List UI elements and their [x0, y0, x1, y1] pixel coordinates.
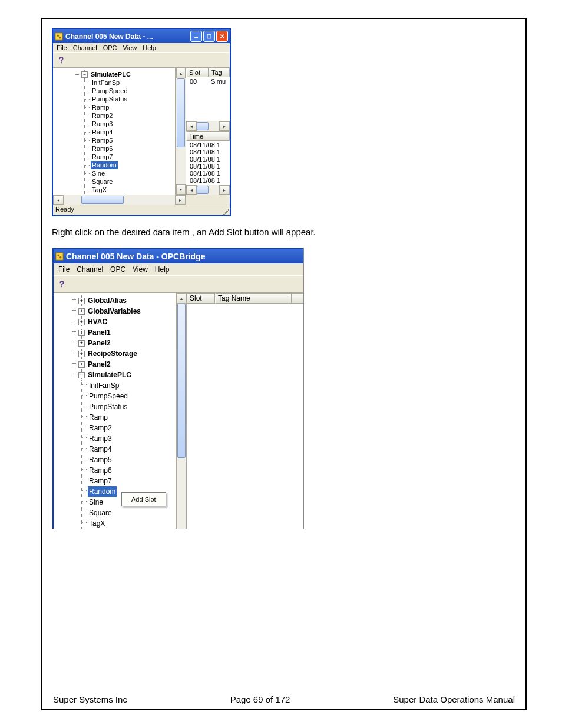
svg-rect-0 — [55, 32, 62, 39]
app-icon — [55, 252, 64, 261]
tree[interactable]: −SimulatePLC InitFanSpPumpSpeedPumpStatu… — [53, 68, 175, 195]
scroll-down-icon[interactable]: ▾ — [176, 184, 186, 195]
col-tag[interactable]: Tag — [209, 68, 230, 77]
menu-file[interactable]: File — [58, 265, 70, 274]
tree-leaf[interactable]: Ramp4 — [88, 444, 113, 454]
tree-node[interactable]: Panel1 — [87, 327, 112, 338]
expand-toggle[interactable]: + — [78, 340, 85, 347]
col-blank[interactable] — [292, 293, 304, 304]
horizontal-scrollbar[interactable]: ◂ ▸ — [186, 185, 230, 195]
context-menu-add-slot[interactable]: Add Slot — [123, 494, 164, 505]
table-row[interactable]: 08/11/08 1 — [187, 141, 229, 149]
tree-leaf[interactable]: Sine — [91, 169, 106, 177]
tree-leaf[interactable]: Ramp — [88, 412, 109, 423]
tree-leaf[interactable]: Ramp4 — [91, 128, 114, 136]
horizontal-scrollbar[interactable]: ◂ ▸ — [186, 121, 230, 131]
expand-toggle[interactable]: − — [78, 372, 85, 378]
menu-view[interactable]: View — [133, 265, 148, 274]
tree-leaf[interactable]: Square — [91, 177, 114, 186]
tree-leaf[interactable]: PumpSpeed — [91, 87, 129, 95]
menu-opc[interactable]: OPC — [110, 265, 125, 274]
tree[interactable]: +GlobalAlias+GlobalVariables+HVAC+Panel1… — [54, 293, 176, 529]
expand-toggle[interactable]: − — [81, 71, 88, 78]
resize-grip-icon[interactable] — [222, 207, 229, 215]
scroll-left-icon[interactable]: ◂ — [186, 121, 197, 131]
minimize-button[interactable] — [190, 31, 202, 42]
tree-leaf[interactable]: PumpSpeed — [88, 391, 129, 401]
titlebar[interactable]: Channel 005 New Data - ... — [53, 29, 230, 43]
menu-channel[interactable]: Channel — [73, 44, 97, 51]
expand-toggle[interactable]: + — [78, 308, 85, 315]
table-row[interactable]: 00 Simu — [187, 78, 229, 85]
col-time[interactable]: Time — [186, 131, 230, 141]
menu-help[interactable]: Help — [143, 44, 156, 51]
toolbar — [53, 52, 230, 68]
tree-node[interactable]: Panel2 — [87, 338, 112, 348]
scroll-up-icon[interactable]: ▴ — [176, 68, 186, 78]
tree-leaf[interactable]: Random — [91, 161, 118, 169]
tree-node[interactable]: SimulatePLC — [87, 370, 133, 380]
expand-toggle[interactable]: + — [78, 319, 85, 325]
tree-leaf[interactable]: PumpStatus — [91, 95, 128, 103]
scroll-left-icon[interactable]: ◂ — [53, 195, 64, 205]
tree-leaf[interactable]: Ramp3 — [91, 120, 114, 128]
menu-help[interactable]: Help — [155, 265, 170, 274]
menu-file[interactable]: File — [57, 44, 67, 51]
scroll-left-icon[interactable]: ◂ — [186, 185, 197, 195]
expand-toggle[interactable]: + — [78, 298, 85, 304]
vertical-scrollbar[interactable]: ▴ ▾ — [176, 293, 186, 529]
scroll-up-icon[interactable]: ▴ — [177, 293, 186, 304]
expand-toggle[interactable]: + — [78, 330, 85, 336]
tree-leaf[interactable]: Ramp6 — [88, 465, 113, 476]
tree-node[interactable]: Panel2 — [87, 359, 112, 370]
time-table-header: Time — [186, 131, 230, 141]
tree-leaf[interactable]: Ramp7 — [88, 476, 113, 486]
scroll-right-icon[interactable]: ▸ — [219, 185, 230, 195]
expand-toggle[interactable]: + — [78, 361, 85, 368]
tree-leaf[interactable]: Random — [88, 486, 117, 497]
table-row[interactable]: 08/11/08 1 — [187, 177, 229, 184]
scroll-right-icon[interactable]: ▸ — [175, 195, 186, 205]
tree-leaf[interactable]: TagY — [88, 529, 106, 529]
maximize-button[interactable] — [203, 31, 215, 42]
help-icon[interactable] — [57, 55, 66, 65]
tree-node[interactable]: GlobalVariables — [87, 306, 142, 317]
tree-leaf[interactable]: TagX — [91, 186, 108, 194]
col-slot[interactable]: Slot — [186, 68, 209, 77]
table-row[interactable]: 08/11/08 1 — [187, 163, 229, 170]
tree-leaf[interactable]: Ramp6 — [91, 144, 114, 153]
table-row[interactable]: 08/11/08 1 — [187, 156, 229, 163]
table-row[interactable]: 08/11/08 1 — [187, 170, 229, 177]
tree-node-simulateplc[interactable]: SimulatePLC — [90, 70, 132, 78]
menu-channel[interactable]: Channel — [77, 265, 103, 274]
menu-view[interactable]: View — [123, 44, 137, 51]
tree-leaf[interactable]: InitFanSp — [91, 78, 121, 87]
tree-leaf[interactable]: InitFanSp — [88, 380, 120, 391]
tree-node[interactable]: GlobalAlias — [87, 295, 128, 306]
tree-leaf[interactable]: PumpStatus — [88, 401, 128, 412]
tree-leaf[interactable]: Ramp2 — [91, 111, 114, 120]
tree-horizontal-scrollbar[interactable]: ◂ ▸ — [53, 195, 186, 205]
expand-toggle[interactable]: + — [78, 351, 85, 357]
table-row[interactable]: 08/11/08 1 — [187, 149, 229, 156]
col-slot[interactable]: Slot — [187, 293, 215, 304]
tree-leaf[interactable]: Ramp5 — [88, 454, 113, 465]
tree-leaf[interactable]: Ramp7 — [91, 153, 114, 161]
help-icon[interactable] — [57, 279, 67, 289]
tree-leaf[interactable]: Ramp2 — [88, 423, 113, 433]
tree-leaf[interactable]: Ramp3 — [88, 433, 113, 444]
close-button[interactable] — [216, 31, 228, 42]
tree-node[interactable]: HVAC — [87, 317, 108, 327]
vertical-scrollbar[interactable]: ▴ ▾ — [176, 68, 186, 195]
tree-leaf[interactable]: Ramp — [91, 103, 110, 111]
col-tag-name[interactable]: Tag Name — [215, 293, 292, 304]
tree-leaf[interactable]: TagY — [91, 194, 108, 195]
menu-opc[interactable]: OPC — [103, 44, 117, 51]
tree-leaf[interactable]: Sine — [88, 497, 104, 508]
scroll-right-icon[interactable]: ▸ — [219, 121, 230, 131]
tree-leaf[interactable]: Square — [88, 508, 113, 518]
tree-node[interactable]: RecipeStorage — [87, 348, 138, 359]
titlebar[interactable]: Channel 005 New Data - OPCBridge — [54, 249, 304, 263]
tree-leaf[interactable]: Ramp5 — [91, 136, 114, 144]
tree-leaf[interactable]: TagX — [88, 518, 106, 529]
